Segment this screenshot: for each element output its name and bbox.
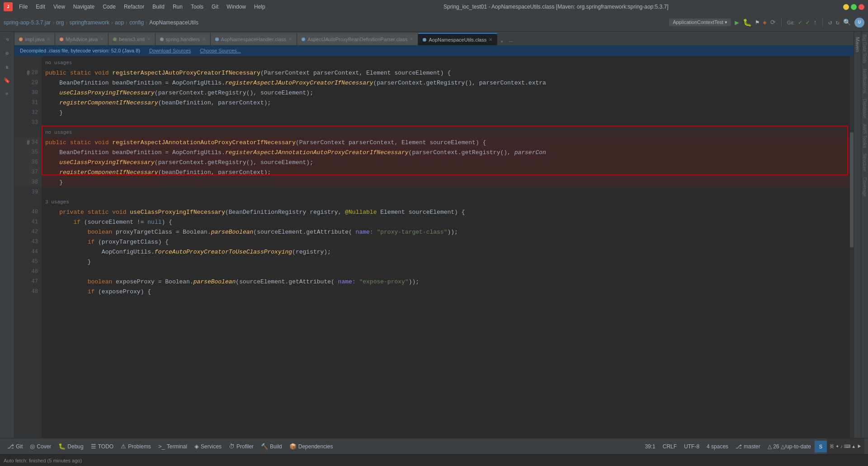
tab-close-nsutils[interactable]: ✕ — [489, 37, 492, 42]
breadcrumb-config[interactable]: config — [129, 19, 144, 26]
maven-label[interactable]: Maven — [855, 33, 860, 56]
gutter-line: 47 — [14, 277, 42, 287]
services-status-item[interactable]: ◈ Services — [191, 438, 225, 455]
git-status-item[interactable]: ⎇ Git — [4, 438, 26, 455]
search-button[interactable]: 🔍 — [843, 19, 851, 26]
git-check2[interactable]: ✓ — [806, 19, 809, 26]
sidebar-icon-structure[interactable]: ≡ — [1, 88, 14, 100]
changes-status[interactable]: △ 26 △/up-to-date — [764, 438, 815, 455]
sidebar-icon-commit[interactable]: ⊙ — [1, 47, 14, 60]
code-content[interactable]: no usages public static void registerAsp… — [42, 56, 854, 438]
position-status[interactable]: 39:1 — [641, 438, 659, 455]
vertical-scrollbar[interactable] — [850, 56, 854, 438]
ime-options[interactable]: 英 ✦ ♪ ⌨ ▲ ▶ — [827, 438, 864, 455]
minimize-button[interactable] — [843, 4, 849, 10]
ime-status[interactable]: S — [815, 441, 827, 452]
tab-aop-ns-utils[interactable]: AopNamespaceUtils.class ✕ — [418, 33, 497, 45]
menu-edit[interactable]: Edit — [32, 3, 49, 11]
bottom-notification: Auto fetch: finished (5 minutes ago) — [0, 454, 868, 466]
menu-code[interactable]: Code — [99, 3, 119, 11]
terminal-status-item[interactable]: >_ Terminal — [155, 438, 191, 455]
menu-git[interactable]: Git — [208, 3, 222, 11]
dependencies-label: Dependencies — [298, 443, 333, 450]
close-button[interactable] — [859, 4, 864, 10]
git-push[interactable]: ↑ — [813, 19, 817, 26]
breadcrumb-class[interactable]: AopNamespaceUtils — [149, 19, 198, 26]
git-label: Git — [16, 443, 23, 450]
tab-close-beans3[interactable]: ✕ — [147, 37, 151, 42]
big-data-tools-label[interactable]: Big Data Tools — [862, 32, 867, 66]
tab-impl-java[interactable]: impl.java ✕ — [14, 33, 55, 45]
breadcrumb-org[interactable]: org — [56, 19, 64, 26]
tab-overflow-button[interactable]: ▾ — [497, 38, 506, 45]
menu-tools[interactable]: Tools — [187, 3, 207, 11]
toolbar-avatar[interactable]: U — [854, 18, 864, 28]
menu-window[interactable]: Window — [223, 3, 250, 11]
sidebar-icon-project[interactable]: P — [1, 33, 14, 46]
notifications-label[interactable]: Notifications — [862, 66, 867, 96]
tab-aop-ns-handler[interactable]: AopNamespaceHandler.class ✕ — [211, 33, 297, 45]
tab-close-impl[interactable]: ✕ — [47, 37, 50, 42]
tab-dot — [302, 38, 305, 41]
line-gutter: @28 29 30 31 32 33 @34 35 36 37 38 39 40… — [14, 56, 42, 438]
indent-status[interactable]: 4 spaces — [703, 438, 732, 455]
menu-run[interactable]: Run — [169, 3, 186, 11]
code-editor[interactable]: @28 29 30 31 32 33 @34 35 36 37 38 39 40… — [14, 56, 854, 438]
tab-close-parser[interactable]: ✕ — [410, 37, 413, 42]
breadcrumb-jar[interactable]: spring-aop-5.3.7.jar — [4, 19, 51, 26]
choose-sources-link[interactable]: Choose Sources... — [200, 48, 241, 53]
git-check[interactable]: ✓ — [798, 19, 802, 26]
encoding-status[interactable]: UTF-8 — [680, 438, 703, 455]
menu-view[interactable]: View — [50, 3, 69, 11]
problems-status-item[interactable]: ⚠ Problems — [117, 438, 155, 455]
tab-beans3-xml[interactable]: beans3.xml ✕ — [108, 33, 155, 45]
maximize-button[interactable] — [851, 4, 857, 10]
maven-sidebar: Maven — [854, 32, 861, 438]
code-line-44: AopConfigUtils.forceAutoProxyCreatorToUs… — [42, 247, 854, 257]
build-icon: 🔨 — [261, 443, 268, 450]
scroll-thumb[interactable] — [850, 132, 854, 247]
debug-status-item[interactable]: 🐛 Debug — [55, 438, 87, 455]
menu-build[interactable]: Build — [149, 3, 168, 11]
tab-close-handlers[interactable]: ✕ — [202, 37, 206, 42]
redo-button[interactable]: ↻ — [836, 19, 840, 26]
menu-refactor[interactable]: Refactor — [120, 3, 148, 11]
coverage-button[interactable]: ⚑ — [755, 19, 759, 26]
tab-close-nshandler[interactable]: ✕ — [288, 37, 292, 42]
status-bar: ⎇ Git ◎ Cover 🐛 Debug ☰ TODO ⚠ Problems … — [0, 438, 868, 454]
more-run-button[interactable]: ⟳ — [770, 19, 776, 26]
sidebar-icon-bookmarks[interactable]: 🔖 — [1, 74, 14, 87]
profile-button[interactable]: ◈ — [763, 19, 766, 26]
gutter-line: 48 — [14, 287, 42, 297]
menu-navigate[interactable]: Navigate — [70, 3, 98, 11]
aws-toolkit-label[interactable]: AWS Toolkit — [862, 121, 867, 151]
dependencies-status-item[interactable]: 📦 Dependencies — [286, 438, 337, 455]
breadcrumb-aop[interactable]: aop — [115, 19, 124, 26]
breadcrumb-springframework[interactable]: springframework — [69, 19, 109, 26]
git-branch-status[interactable]: ⎇ master — [732, 438, 764, 455]
sidebar-icon-pull-requests[interactable]: ⇅ — [1, 61, 14, 73]
tab-myadvice-java[interactable]: MyAdvice.java ✕ — [55, 33, 108, 45]
line-ending-status[interactable]: CRLF — [659, 438, 680, 455]
tab-close-myadvice[interactable]: ✕ — [100, 37, 104, 42]
run-button[interactable]: ▶ — [735, 18, 739, 27]
menu-file[interactable]: File — [15, 3, 31, 11]
structure-label[interactable]: Structure — [862, 151, 867, 174]
profiler-status-item[interactable]: ⏱ Profiler — [225, 438, 257, 455]
database-label[interactable]: Database — [862, 96, 867, 121]
download-sources-link[interactable]: Download Sources — [149, 48, 191, 53]
coverage-label[interactable]: Coverage — [862, 174, 867, 199]
undo-button[interactable]: ↺ — [828, 19, 832, 26]
todo-status-item[interactable]: ☰ TODO — [87, 438, 117, 455]
build-status-item[interactable]: 🔨 Build — [257, 438, 286, 455]
run-config-selector[interactable]: ApplicationContextTest ▾ — [669, 19, 731, 26]
tab-aspect-parser[interactable]: AspectJAutoProxyBeanDefinitionParser.cla… — [297, 33, 418, 45]
git-branch: master — [744, 443, 760, 450]
gutter-line: 29 — [14, 78, 42, 88]
title-bar: J File Edit View Navigate Code Refactor … — [0, 0, 868, 14]
menu-help[interactable]: Help — [250, 3, 269, 11]
tab-more-button[interactable]: ⋯ — [506, 38, 515, 45]
cover-status-item[interactable]: ◎ Cover — [26, 438, 55, 455]
tab-spring-handlers[interactable]: spring.handlers ✕ — [156, 33, 211, 45]
debug-run-button[interactable]: 🐛 — [743, 18, 752, 27]
